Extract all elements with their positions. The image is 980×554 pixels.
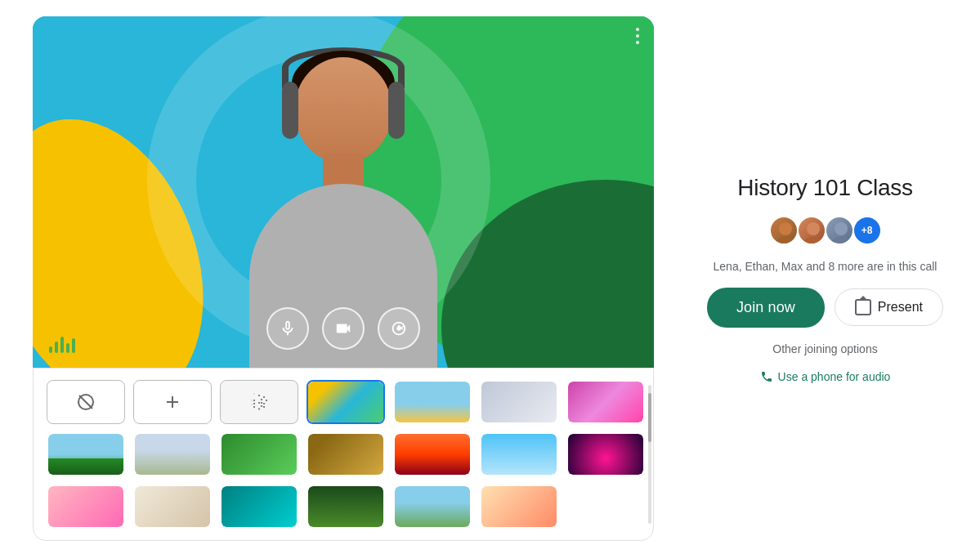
present-button[interactable]: Present	[835, 288, 943, 326]
phone-audio-link[interactable]: Use a phone for audio	[760, 370, 891, 383]
bg-thumb-architecture[interactable]	[480, 380, 558, 424]
svg-point-9	[774, 237, 797, 245]
avatar-3	[825, 216, 854, 245]
audio-bar-2	[55, 342, 58, 353]
camera-icon	[334, 319, 352, 337]
svg-point-11	[802, 237, 825, 245]
avatar-2	[797, 216, 826, 245]
effects-icon	[390, 319, 408, 337]
scrollbar[interactable]	[648, 385, 651, 524]
bg-none-button[interactable]	[47, 380, 125, 424]
bg-add-button[interactable]	[133, 380, 212, 424]
add-bg-icon	[163, 392, 182, 412]
effects-button[interactable]	[378, 307, 420, 350]
bg-thumb-forestpath[interactable]	[307, 485, 385, 529]
audio-indicator	[49, 337, 75, 353]
bg-thumb-warmroom[interactable]	[480, 485, 558, 529]
svg-line-7	[79, 395, 92, 409]
svg-point-8	[779, 222, 792, 235]
left-panel	[33, 16, 654, 541]
blur-icon	[249, 392, 269, 412]
other-options-label: Other joining options	[772, 342, 877, 355]
bg-thumb-colorful[interactable]	[307, 380, 385, 424]
present-label: Present	[878, 300, 923, 315]
bg-thumb-ocean[interactable]	[393, 380, 472, 424]
headphone-right	[388, 82, 405, 139]
avatar-count: +8	[852, 216, 882, 245]
svg-point-10	[807, 222, 820, 235]
audio-bar-5	[72, 338, 75, 353]
svg-point-5	[396, 326, 401, 331]
bg-thumb-horses[interactable]	[133, 432, 212, 476]
svg-point-12	[835, 222, 848, 235]
audio-bar-3	[60, 337, 64, 353]
camera-button[interactable]	[322, 307, 365, 350]
present-icon	[855, 299, 871, 315]
dot	[636, 28, 639, 31]
bg-thumb-bluesky[interactable]	[480, 432, 558, 476]
right-panel: History 101 Class +8	[703, 175, 948, 383]
bg-thumb-teal[interactable]	[220, 485, 298, 529]
bg-row-2	[47, 432, 640, 476]
bg-thumb-landscape[interactable]	[393, 485, 472, 529]
dot	[636, 34, 639, 38]
bg-row-3	[47, 485, 640, 529]
participants-avatars: +8	[769, 216, 882, 245]
bg-thumb-forest[interactable]	[220, 432, 298, 476]
join-actions: Join now Present	[707, 288, 943, 328]
bg-thumb-livingroom[interactable]	[133, 485, 212, 529]
bg-thumb-beach[interactable]	[47, 432, 125, 476]
avatar-1	[769, 216, 799, 245]
meeting-title: History 101 Class	[737, 175, 912, 201]
audio-bar-1	[49, 346, 52, 353]
participants-text: Lena, Ethan, Max and 8 more are in this …	[714, 260, 937, 273]
audio-bar-4	[66, 343, 69, 353]
person-head	[294, 57, 392, 163]
video-controls	[266, 307, 420, 350]
bg-thumb-flowers[interactable]	[47, 485, 125, 529]
bg-thumb-fireworks[interactable]	[566, 432, 645, 476]
phone-audio-label: Use a phone for audio	[778, 370, 891, 383]
main-container: History 101 Class +8	[0, 0, 980, 554]
scrollbar-thumb[interactable]	[648, 393, 651, 442]
dot	[636, 41, 639, 44]
video-menu-button[interactable]	[636, 28, 639, 44]
bg-row-1	[47, 380, 640, 424]
no-bg-icon	[76, 392, 96, 412]
headphone-left	[282, 82, 298, 139]
video-preview	[33, 16, 654, 368]
mic-icon	[279, 319, 297, 337]
phone-icon	[760, 370, 773, 383]
bg-thumb-library[interactable]	[307, 432, 385, 476]
background-selector	[33, 368, 654, 541]
bg-thumb-pink[interactable]	[566, 380, 645, 424]
svg-point-13	[830, 237, 852, 245]
bg-thumb-sunset[interactable]	[393, 432, 472, 476]
join-now-button[interactable]: Join now	[707, 288, 825, 328]
bg-blur-button[interactable]	[220, 380, 298, 424]
mic-button[interactable]	[266, 307, 309, 350]
